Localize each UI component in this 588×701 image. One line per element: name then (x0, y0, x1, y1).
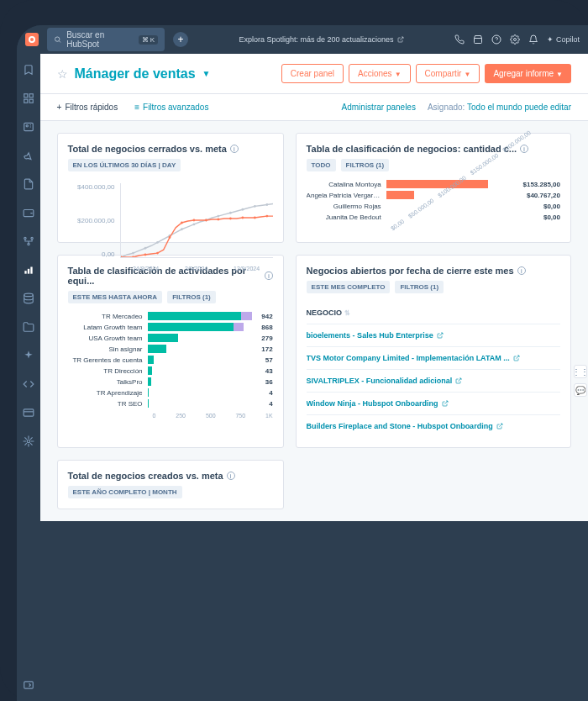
create-button[interactable]: + (173, 32, 188, 47)
deal-item[interactable]: SIVALTRIPLEX - Funcionalidad adicional (307, 369, 560, 392)
bell-icon[interactable] (528, 34, 538, 45)
spotlight-link[interactable]: Explora Spotlight: más de 200 actualizac… (197, 35, 446, 44)
bookmark-icon[interactable] (23, 64, 34, 76)
deal-item[interactable]: TVS Motor Company Limited - Implementaci… (307, 346, 560, 369)
svg-point-11 (31, 237, 33, 239)
share-button[interactable]: Compartir▼ (416, 64, 480, 83)
hbar-row: Latam Growth team868 (68, 323, 273, 331)
info-icon[interactable]: i (230, 145, 239, 153)
phone-icon[interactable] (454, 34, 465, 45)
external-link-icon (455, 377, 462, 384)
deal-list: NEGOCIO⇅ bioelements - Sales Hub Enterpr… (307, 302, 560, 437)
hbar-label: USA Growth team (68, 335, 148, 342)
svg-point-2 (513, 39, 516, 41)
hbar-row: TR Aprendizaje4 (68, 388, 273, 397)
svg-point-16 (24, 293, 34, 297)
hbar-value: 4 (269, 389, 272, 397)
settings-icon[interactable] (510, 34, 520, 45)
drag-handle-icon[interactable]: ⋮⋮ (574, 365, 587, 378)
dashboard-grid: Total de negocios cerrados vs. metai EN … (40, 121, 588, 521)
collapse-icon[interactable] (23, 679, 34, 691)
gear-icon[interactable] (23, 435, 34, 447)
hbar-value: 43 (265, 367, 273, 375)
database-icon[interactable] (23, 293, 34, 304)
svg-point-25 (181, 228, 183, 230)
info-icon[interactable]: i (520, 145, 528, 153)
info-icon[interactable]: i (227, 472, 235, 480)
manage-panels-link[interactable]: Administrar paneles (342, 103, 416, 112)
wallet-icon[interactable] (23, 207, 34, 219)
filter-tag[interactable]: ESTE AÑO COMPLETO | MONTH (68, 486, 182, 498)
actions-button[interactable]: Acciones▼ (349, 64, 411, 83)
global-search[interactable]: Buscar en HubSpot ⌘K (47, 28, 165, 51)
marketplace-icon[interactable] (473, 34, 483, 45)
quick-filters[interactable]: +Filtros rápidos (57, 103, 118, 112)
folder-icon[interactable] (23, 321, 34, 333)
hbar-row: TR Mercadeo942 (68, 312, 273, 320)
svg-rect-14 (28, 269, 29, 274)
assigned-value[interactable]: Todo el mundo puede editar (467, 103, 571, 112)
create-panel-button[interactable]: Crear panel (281, 64, 344, 83)
workflow-icon[interactable] (23, 235, 34, 247)
svg-point-45 (265, 215, 268, 218)
info-icon[interactable]: i (517, 266, 526, 275)
hbar-label: Sin asignar (68, 345, 148, 353)
sort-icon: ⇅ (344, 309, 350, 317)
filter-tag[interactable]: FILTROS (1) (395, 281, 444, 293)
filter-tag[interactable]: ESTE MES COMPLETO (307, 281, 391, 293)
filter-bar: +Filtros rápidos ≡Filtros avanzados Admi… (40, 94, 588, 121)
svg-point-12 (28, 243, 29, 245)
hbar-chart-deals: Catalina Montoya$153.285,00Angela Patric… (307, 180, 560, 232)
svg-point-41 (217, 219, 219, 221)
svg-point-32 (265, 203, 268, 206)
deal-item[interactable]: bioelements - Sales Hub Enterprise (307, 324, 560, 346)
svg-rect-15 (30, 267, 32, 274)
help-icon[interactable] (491, 34, 501, 45)
reports-icon[interactable] (23, 264, 34, 276)
hubspot-logo[interactable] (25, 33, 39, 46)
grid-icon[interactable] (23, 92, 34, 104)
filter-tag[interactable]: ESTE MES HASTA AHORA (68, 291, 163, 303)
table-header[interactable]: NEGOCIO⇅ (307, 302, 560, 324)
svg-point-28 (217, 215, 219, 218)
document-icon[interactable] (23, 178, 34, 190)
external-link-icon (496, 423, 503, 430)
hbar-label: TR Gerentes de cuenta (68, 356, 148, 364)
card-icon[interactable] (23, 407, 34, 419)
hbar-row: TR SEO4 (68, 399, 273, 408)
filter-tag[interactable]: FILTROS (1) (341, 159, 390, 171)
filter-tag[interactable]: EN LOS ÚLTIMOS 30 DÍAS | DAY (68, 159, 181, 171)
filter-tag[interactable]: TODO (307, 159, 336, 171)
star-icon[interactable]: ☆ (57, 67, 68, 81)
search-shortcut: ⌘K (139, 35, 158, 45)
chat-icon[interactable]: 💬 (574, 383, 587, 397)
float-toolbar: ⋮⋮ 💬 (573, 365, 588, 397)
svg-rect-5 (29, 99, 33, 103)
megaphone-icon[interactable] (23, 150, 34, 161)
svg-point-29 (229, 212, 232, 214)
external-link-icon (397, 36, 404, 43)
advanced-filters[interactable]: ≡Filtros avanzados (134, 103, 208, 112)
contact-icon[interactable] (23, 121, 34, 133)
svg-point-26 (192, 223, 195, 225)
deal-item[interactable]: Builders Fireplace and Stone - Hubspot O… (307, 414, 560, 437)
copilot-button[interactable]: ✦Copilot (547, 35, 580, 44)
svg-rect-4 (29, 94, 33, 98)
hbar-chart-activities: TR Mercadeo942Latam Growth team868USA Gr… (68, 312, 273, 419)
chevron-down-icon[interactable]: ▼ (202, 69, 211, 78)
page-title[interactable]: Mánager de ventas (75, 66, 196, 82)
card-closed-vs-goal: Total de negocios cerrados vs. metai EN … (57, 133, 284, 243)
svg-point-31 (254, 205, 256, 208)
assigned-label: Asignado: (428, 103, 465, 112)
sparkle-icon[interactable] (23, 350, 34, 361)
hbar-row: TR Dirección43 (68, 366, 273, 375)
svg-point-35 (144, 254, 146, 256)
code-icon[interactable] (23, 378, 34, 390)
add-report-button[interactable]: Agregar informe▼ (485, 64, 571, 83)
filter-tag[interactable]: FILTROS (1) (167, 291, 216, 303)
hbar-row: Juanita De Bedout$0,00 (307, 213, 560, 221)
deal-item[interactable]: Window Ninja - Hubspot Onboarding (307, 392, 560, 414)
info-icon[interactable]: i (265, 271, 272, 280)
svg-rect-3 (24, 94, 28, 98)
hbar-label: TR SEO (68, 400, 148, 408)
